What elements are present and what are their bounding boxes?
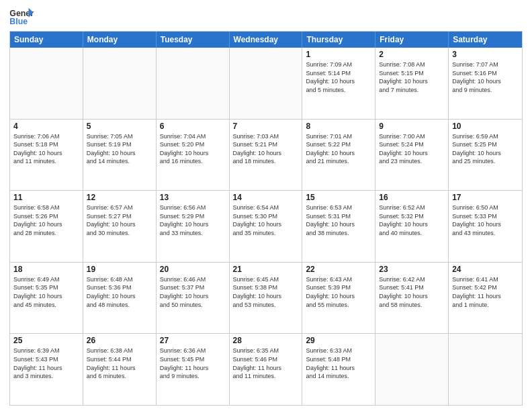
day-number: 15 [306, 193, 371, 202]
day-info: Sunrise: 7:07 AMSunset: 5:16 PMDaylight:… [452, 60, 519, 94]
day-number: 12 [87, 193, 152, 202]
calendar-day-4: 4Sunrise: 7:06 AMSunset: 5:18 PMDaylight… [10, 120, 83, 191]
day-number: 20 [160, 265, 226, 274]
calendar-day-12: 12Sunrise: 6:57 AMSunset: 5:27 PMDayligh… [83, 191, 157, 262]
logo-icon: General Blue [9, 7, 34, 27]
day-info: Sunrise: 7:04 AMSunset: 5:20 PMDaylight:… [160, 132, 226, 166]
day-number: 4 [13, 122, 79, 131]
day-number: 21 [233, 265, 299, 274]
day-info: Sunrise: 6:53 AMSunset: 5:31 PMDaylight:… [306, 203, 371, 237]
day-info: Sunrise: 6:38 AMSunset: 5:44 PMDaylight:… [87, 347, 152, 380]
calendar-empty-cell [449, 334, 522, 405]
calendar-day-27: 27Sunrise: 6:36 AMSunset: 5:45 PMDayligh… [157, 334, 230, 405]
day-of-week-monday: Monday [83, 32, 157, 48]
calendar-day-19: 19Sunrise: 6:48 AMSunset: 5:36 PMDayligh… [83, 263, 157, 334]
calendar-day-29: 29Sunrise: 6:33 AMSunset: 5:48 PMDayligh… [302, 334, 375, 405]
calendar-day-11: 11Sunrise: 6:58 AMSunset: 5:26 PMDayligh… [10, 191, 83, 262]
day-of-week-tuesday: Tuesday [157, 32, 230, 48]
day-number: 14 [233, 193, 299, 202]
day-number: 27 [160, 336, 226, 345]
calendar-day-10: 10Sunrise: 6:59 AMSunset: 5:25 PMDayligh… [449, 120, 522, 191]
calendar-day-9: 9Sunrise: 7:00 AMSunset: 5:24 PMDaylight… [375, 120, 449, 191]
day-number: 28 [233, 336, 299, 345]
calendar-week-3: 11Sunrise: 6:58 AMSunset: 5:26 PMDayligh… [10, 190, 522, 262]
calendar-day-15: 15Sunrise: 6:53 AMSunset: 5:31 PMDayligh… [302, 191, 375, 262]
day-number: 7 [233, 122, 299, 131]
day-info: Sunrise: 7:01 AMSunset: 5:22 PMDaylight:… [306, 132, 371, 166]
svg-text:Blue: Blue [9, 17, 28, 26]
calendar-day-21: 21Sunrise: 6:45 AMSunset: 5:38 PMDayligh… [230, 263, 303, 334]
calendar-day-16: 16Sunrise: 6:52 AMSunset: 5:32 PMDayligh… [375, 191, 449, 262]
day-info: Sunrise: 6:46 AMSunset: 5:37 PMDaylight:… [160, 275, 226, 309]
day-info: Sunrise: 7:08 AMSunset: 5:15 PMDaylight:… [379, 60, 445, 94]
day-number: 19 [87, 265, 152, 274]
day-number: 24 [452, 265, 519, 274]
day-number: 1 [306, 50, 371, 59]
day-number: 16 [379, 193, 445, 202]
calendar-day-28: 28Sunrise: 6:35 AMSunset: 5:46 PMDayligh… [230, 334, 303, 405]
day-of-week-thursday: Thursday [302, 32, 375, 48]
calendar-day-2: 2Sunrise: 7:08 AMSunset: 5:15 PMDaylight… [375, 48, 449, 119]
calendar-day-24: 24Sunrise: 6:41 AMSunset: 5:42 PMDayligh… [449, 263, 522, 334]
day-number: 6 [160, 122, 226, 131]
day-info: Sunrise: 6:35 AMSunset: 5:46 PMDaylight:… [233, 347, 299, 380]
calendar-day-6: 6Sunrise: 7:04 AMSunset: 5:20 PMDaylight… [157, 120, 230, 191]
day-number: 17 [452, 193, 519, 202]
calendar-day-22: 22Sunrise: 6:43 AMSunset: 5:39 PMDayligh… [302, 263, 375, 334]
calendar-empty-cell [230, 48, 303, 119]
day-number: 9 [379, 122, 445, 131]
day-of-week-sunday: Sunday [10, 32, 83, 48]
calendar-day-14: 14Sunrise: 6:54 AMSunset: 5:30 PMDayligh… [230, 191, 303, 262]
day-info: Sunrise: 6:48 AMSunset: 5:36 PMDaylight:… [87, 275, 152, 309]
calendar-day-13: 13Sunrise: 6:56 AMSunset: 5:29 PMDayligh… [157, 191, 230, 262]
day-info: Sunrise: 6:45 AMSunset: 5:38 PMDaylight:… [233, 275, 299, 309]
calendar-week-5: 25Sunrise: 6:39 AMSunset: 5:43 PMDayligh… [10, 333, 522, 405]
calendar-day-20: 20Sunrise: 6:46 AMSunset: 5:37 PMDayligh… [157, 263, 230, 334]
day-number: 13 [160, 193, 226, 202]
logo: General Blue [9, 7, 34, 27]
calendar-day-23: 23Sunrise: 6:42 AMSunset: 5:41 PMDayligh… [375, 263, 449, 334]
calendar-empty-cell [83, 48, 157, 119]
day-number: 25 [13, 336, 79, 345]
day-number: 18 [13, 265, 79, 274]
calendar-header: SundayMondayTuesdayWednesdayThursdayFrid… [10, 32, 522, 48]
day-info: Sunrise: 6:33 AMSunset: 5:48 PMDaylight:… [306, 347, 371, 380]
day-info: Sunrise: 6:50 AMSunset: 5:33 PMDaylight:… [452, 203, 519, 237]
calendar-day-1: 1Sunrise: 7:09 AMSunset: 5:14 PMDaylight… [302, 48, 375, 119]
day-number: 2 [379, 50, 445, 59]
day-info: Sunrise: 6:56 AMSunset: 5:29 PMDaylight:… [160, 203, 226, 237]
day-info: Sunrise: 6:41 AMSunset: 5:42 PMDaylight:… [452, 275, 519, 309]
calendar-week-4: 18Sunrise: 6:49 AMSunset: 5:35 PMDayligh… [10, 262, 522, 334]
day-info: Sunrise: 6:43 AMSunset: 5:39 PMDaylight:… [306, 275, 371, 309]
day-info: Sunrise: 7:00 AMSunset: 5:24 PMDaylight:… [379, 132, 445, 166]
day-number: 11 [13, 193, 79, 202]
calendar-day-5: 5Sunrise: 7:05 AMSunset: 5:19 PMDaylight… [83, 120, 157, 191]
day-info: Sunrise: 7:03 AMSunset: 5:21 PMDaylight:… [233, 132, 299, 166]
calendar: SundayMondayTuesdayWednesdayThursdayFrid… [9, 31, 523, 406]
day-number: 3 [452, 50, 519, 59]
day-number: 10 [452, 122, 519, 131]
day-info: Sunrise: 6:54 AMSunset: 5:30 PMDaylight:… [233, 203, 299, 237]
day-info: Sunrise: 6:49 AMSunset: 5:35 PMDaylight:… [13, 275, 79, 309]
calendar-empty-cell [375, 334, 449, 405]
day-of-week-saturday: Saturday [449, 32, 522, 48]
day-info: Sunrise: 6:42 AMSunset: 5:41 PMDaylight:… [379, 275, 445, 309]
day-info: Sunrise: 6:52 AMSunset: 5:32 PMDaylight:… [379, 203, 445, 237]
day-number: 26 [87, 336, 152, 345]
day-number: 22 [306, 265, 371, 274]
page: General Blue SundayMondayTuesdayWednesda… [0, 0, 532, 411]
calendar-day-7: 7Sunrise: 7:03 AMSunset: 5:21 PMDaylight… [230, 120, 303, 191]
day-info: Sunrise: 6:39 AMSunset: 5:43 PMDaylight:… [13, 347, 79, 380]
day-number: 5 [87, 122, 152, 131]
calendar-day-17: 17Sunrise: 6:50 AMSunset: 5:33 PMDayligh… [449, 191, 522, 262]
day-number: 8 [306, 122, 371, 131]
day-info: Sunrise: 7:05 AMSunset: 5:19 PMDaylight:… [87, 132, 152, 166]
calendar-day-3: 3Sunrise: 7:07 AMSunset: 5:16 PMDaylight… [449, 48, 522, 119]
day-info: Sunrise: 7:09 AMSunset: 5:14 PMDaylight:… [306, 60, 371, 94]
day-info: Sunrise: 7:06 AMSunset: 5:18 PMDaylight:… [13, 132, 79, 166]
day-info: Sunrise: 6:59 AMSunset: 5:25 PMDaylight:… [452, 132, 519, 166]
day-of-week-wednesday: Wednesday [230, 32, 303, 48]
calendar-day-25: 25Sunrise: 6:39 AMSunset: 5:43 PMDayligh… [10, 334, 83, 405]
day-number: 23 [379, 265, 445, 274]
day-info: Sunrise: 6:58 AMSunset: 5:26 PMDaylight:… [13, 203, 79, 237]
